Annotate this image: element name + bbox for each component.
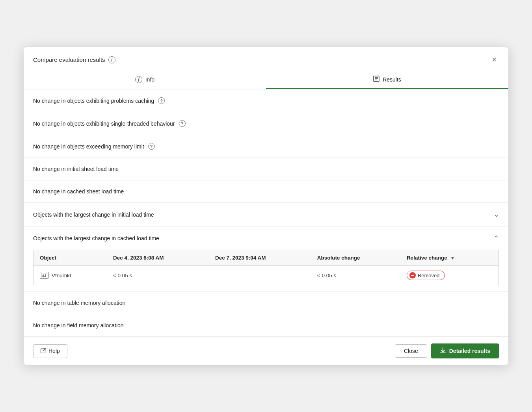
section-largest-cached-text: Objects with the largest change in cache… (33, 235, 159, 241)
table-row: VfnumkL < 0.05 s - < 0.05 s Removed (33, 266, 499, 285)
detailed-results-label: Detailed results (449, 348, 490, 354)
download-icon (440, 347, 446, 355)
cell-absolute: < 0.05 s (311, 266, 400, 285)
section-largest-cached-header[interactable]: Objects with the largest change in cache… (24, 226, 508, 250)
col-object: Object (33, 250, 107, 266)
section-initial-load-text: No change in initial sheet load time (33, 166, 119, 172)
section-caching-left: No change in objects exhibiting problems… (33, 97, 165, 104)
tab-results[interactable]: Results (266, 70, 508, 89)
cached-load-table: Object Dec 4, 2023 8:08 AM Dec 7, 2023 9… (33, 250, 499, 285)
tab-info[interactable]: i Info (24, 70, 266, 89)
section-single-threaded[interactable]: No change in objects exhibiting single-t… (24, 112, 508, 135)
section-largest-cached: Objects with the largest change in cache… (24, 226, 508, 292)
modal-footer: Help Close Detailed results (24, 337, 508, 365)
chevron-down-icon: ⌄ (494, 211, 499, 218)
tab-info-label: Info (145, 76, 154, 83)
modal-header: Compare evaluation results i × (24, 47, 508, 70)
object-cell-content: VfnumkL (40, 272, 100, 279)
modal-title: Compare evaluation results i (33, 56, 115, 63)
col-date1: Dec 4, 2023 8:08 AM (107, 250, 209, 266)
removed-badge: Removed (407, 271, 445, 280)
cell-object: VfnumkL (33, 266, 107, 285)
col-relative[interactable]: Relative change ▼ (400, 250, 499, 266)
col-date2: Dec 7, 2023 9:04 AM (209, 250, 311, 266)
footer-right-actions: Close Detailed results (395, 343, 499, 358)
removed-icon (409, 272, 416, 278)
detailed-results-button[interactable]: Detailed results (431, 343, 499, 358)
col-relative-label: Relative change (407, 255, 447, 261)
cached-load-table-container: Object Dec 4, 2023 8:08 AM Dec 7, 2023 9… (33, 250, 499, 285)
caching-help-icon[interactable]: ? (158, 97, 165, 104)
section-field-memory[interactable]: No change in field memory allocation (24, 314, 508, 337)
col-absolute: Absolute change (311, 250, 400, 266)
sort-desc-icon: ▼ (450, 255, 455, 261)
results-tab-icon (373, 76, 379, 83)
section-largest-initial-text: Objects with the largest change in initi… (33, 212, 154, 218)
col-absolute-label: Absolute change (317, 255, 360, 261)
col-date1-label: Dec 4, 2023 8:08 AM (113, 255, 164, 261)
title-info-icon[interactable]: i (108, 56, 115, 63)
col-date2-label: Dec 7, 2023 9:04 AM (215, 255, 266, 261)
section-cached-load[interactable]: No change in cached sheet load time (24, 180, 508, 203)
section-table-memory-text: No change in table memory allocation (33, 300, 125, 306)
help-external-icon (41, 348, 46, 354)
help-button[interactable]: Help (33, 344, 67, 358)
memory-limit-help-icon[interactable]: ? (148, 143, 155, 150)
section-cached-load-text: No change in cached sheet load time (33, 188, 124, 195)
section-single-threaded-text: No change in objects exhibiting single-t… (33, 121, 175, 127)
cell-date1: < 0.05 s (107, 266, 209, 285)
single-threaded-help-icon[interactable]: ? (179, 120, 186, 127)
close-footer-button[interactable]: Close (395, 344, 427, 358)
section-memory-limit[interactable]: No change in objects exceeding memory li… (24, 135, 508, 158)
section-table-memory[interactable]: No change in table memory allocation (24, 292, 508, 314)
col-object-label: Object (40, 255, 56, 261)
tab-results-label: Results (383, 76, 401, 83)
help-button-label: Help (48, 348, 60, 354)
table-header-row: Object Dec 4, 2023 8:08 AM Dec 7, 2023 9… (33, 250, 499, 266)
tab-bar: i Info Results (24, 70, 508, 89)
cell-date2: - (209, 266, 311, 285)
section-initial-load[interactable]: No change in initial sheet load time (24, 158, 508, 180)
section-single-threaded-left: No change in objects exhibiting single-t… (33, 120, 186, 127)
object-name: VfnumkL (52, 273, 73, 278)
section-field-memory-text: No change in field memory allocation (33, 322, 124, 328)
cell-relative: Removed (400, 266, 499, 285)
section-memory-limit-text: No change in objects exceeding memory li… (33, 143, 144, 150)
section-caching[interactable]: No change in objects exhibiting problems… (24, 89, 508, 112)
section-largest-initial[interactable]: Objects with the largest change in initi… (24, 203, 508, 226)
section-memory-limit-left: No change in objects exceeding memory li… (33, 143, 155, 150)
removed-label: Removed (418, 273, 440, 278)
modal-body: No change in objects exhibiting problems… (24, 89, 508, 337)
svg-line-10 (43, 348, 46, 351)
compare-evaluation-modal: Compare evaluation results i × i Info Re… (24, 47, 508, 365)
modal-title-text: Compare evaluation results (33, 56, 105, 63)
info-tab-icon: i (135, 76, 142, 83)
chevron-up-icon: ⌃ (494, 234, 499, 242)
object-chart-icon (40, 272, 48, 279)
section-caching-text: No change in objects exhibiting problems… (33, 98, 154, 104)
modal-close-button[interactable]: × (489, 54, 499, 65)
